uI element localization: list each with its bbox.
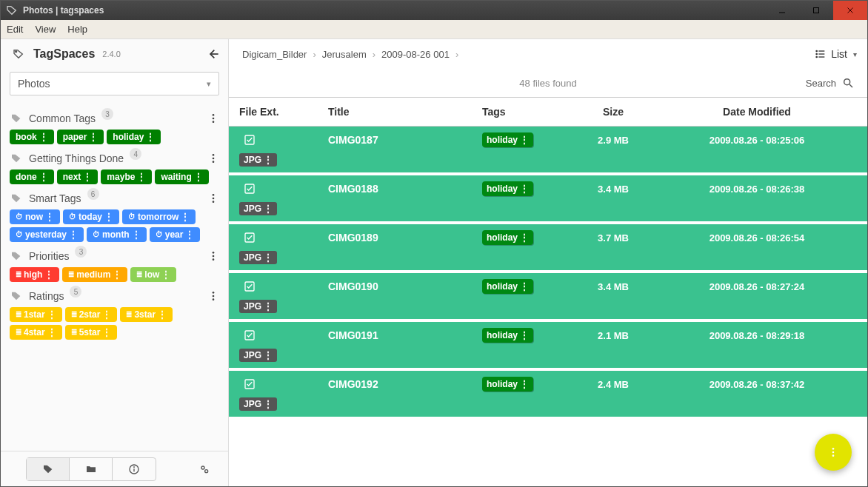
file-date: 2009.08.26 - 08:25:06 — [657, 135, 857, 146]
tag-pill[interactable]: holiday⋮ — [107, 130, 161, 144]
col-size-header[interactable]: Size — [570, 106, 657, 118]
tag-pill[interactable]: book⋮ — [10, 130, 54, 144]
maximize-button[interactable] — [799, 1, 833, 20]
file-ext-pill[interactable]: JPG⋮ — [239, 202, 277, 215]
nav-folders-button[interactable] — [70, 458, 113, 480]
file-ext-pill[interactable]: JPG⋮ — [239, 397, 277, 411]
file-select-checkbox[interactable] — [239, 281, 328, 292]
minimize-button[interactable] — [765, 1, 799, 20]
list-icon — [815, 48, 827, 60]
file-row[interactable]: CIMG0192holiday⋮2.4 MB2009.08.26 - 08:37… — [229, 371, 867, 420]
tag-pill[interactable]: next⋮ — [57, 169, 99, 184]
tag-group-header[interactable]: Common Tags3 — [10, 112, 219, 125]
tag-pill[interactable]: done⋮ — [10, 169, 54, 184]
file-tags: holiday⋮ — [482, 328, 570, 343]
file-date: 2009.08.26 - 08:27:24 — [657, 281, 857, 292]
tag-group-header[interactable]: Getting Things Done4 — [10, 152, 219, 165]
location-selected-value: Photos — [18, 78, 50, 90]
file-list[interactable]: CIMG0187holiday⋮2.9 MB2009.08.26 - 08:25… — [229, 127, 867, 486]
file-row[interactable]: CIMG0188holiday⋮3.4 MB2009.08.26 - 08:26… — [229, 175, 867, 224]
location-select[interactable]: Photos — [10, 72, 219, 95]
app-icon — [5, 4, 19, 17]
tag-pill[interactable]: maybe⋮ — [101, 169, 152, 184]
tag-pill[interactable]: ⏱tomorrow⋮ — [122, 209, 196, 224]
search-button[interactable]: Search — [806, 77, 867, 89]
file-select-checkbox[interactable] — [239, 134, 328, 146]
svg-point-12 — [213, 194, 215, 196]
breadcrumb-segment[interactable]: Jerusalem — [319, 49, 370, 60]
back-arrow-icon[interactable] — [207, 48, 219, 60]
settings-icon[interactable] — [198, 463, 210, 475]
nav-tags-button[interactable] — [27, 458, 70, 480]
tag-icon — [10, 112, 23, 125]
svg-rect-1 — [814, 8, 819, 13]
file-title: CIMG0187 — [328, 134, 482, 146]
file-tags: holiday⋮ — [482, 181, 570, 196]
tag-pill[interactable]: ⏱yesterday⋮ — [10, 227, 84, 242]
breadcrumb-segment[interactable]: Digicam_Bilder — [239, 49, 310, 60]
tag-pill[interactable]: ≣4star⋮ — [10, 325, 62, 340]
tag-pill[interactable]: ≣3star⋮ — [120, 307, 173, 322]
more-vertical-icon[interactable] — [207, 192, 219, 204]
menu-help[interactable]: Help — [67, 24, 87, 35]
menu-edit[interactable]: Edit — [7, 24, 23, 35]
tag-pill[interactable]: ≣2star⋮ — [65, 307, 118, 322]
tag-group-count: 3 — [75, 246, 87, 258]
file-ext-pill[interactable]: JPG⋮ — [239, 251, 277, 264]
tag-pill[interactable]: ⏱year⋮ — [150, 227, 201, 242]
file-row[interactable]: CIMG0189holiday⋮3.7 MB2009.08.26 - 08:26… — [229, 224, 867, 273]
tag-pill[interactable]: ⏱now⋮ — [10, 209, 60, 224]
tag-group-count: 6 — [87, 188, 99, 200]
tag-pill[interactable]: ≣1star⋮ — [10, 307, 62, 322]
file-row[interactable]: CIMG0190holiday⋮3.4 MB2009.08.26 - 08:27… — [229, 273, 867, 322]
tag-pill[interactable]: ≣high⋮ — [10, 267, 59, 282]
tag-pill[interactable]: ≣low⋮ — [130, 267, 176, 282]
file-ext-pill[interactable]: JPG⋮ — [239, 300, 277, 313]
file-select-checkbox[interactable] — [239, 183, 328, 195]
file-select-checkbox[interactable] — [239, 329, 328, 341]
tag-group-header[interactable]: Ratings5 — [10, 289, 219, 303]
tag-pill[interactable]: waiting⋮ — [155, 169, 208, 184]
svg-point-15 — [213, 252, 215, 254]
tag-pill[interactable]: ⏱month⋮ — [87, 227, 147, 242]
fab-button[interactable] — [815, 434, 852, 471]
svg-point-4 — [16, 51, 17, 53]
col-date-header[interactable]: Date Modified — [657, 106, 857, 118]
tag-group-header[interactable]: Priorities3 — [10, 249, 219, 263]
more-vertical-icon[interactable] — [207, 250, 219, 262]
file-ext-pill[interactable]: JPG⋮ — [239, 153, 277, 167]
breadcrumb-segment[interactable]: 2009-08-26 001 — [378, 49, 453, 60]
col-ext-header[interactable]: File Ext. — [239, 106, 328, 118]
tag-pill[interactable]: ≣medium⋮ — [62, 267, 127, 282]
tag-pill[interactable]: paper⋮ — [57, 130, 104, 144]
more-vertical-icon[interactable] — [207, 290, 219, 302]
file-tag-pill[interactable]: holiday⋮ — [482, 328, 533, 343]
nav-info-button[interactable] — [113, 458, 156, 480]
file-tag-pill[interactable]: holiday⋮ — [482, 279, 533, 294]
file-select-checkbox[interactable] — [239, 232, 328, 243]
view-mode-toggle[interactable]: List — [815, 48, 857, 60]
file-tag-pill[interactable]: holiday⋮ — [482, 181, 533, 196]
file-title: CIMG0190 — [328, 281, 482, 292]
file-size: 2.9 MB — [570, 135, 657, 146]
tag-group-header[interactable]: Smart Tags6 — [10, 192, 219, 205]
more-vertical-icon[interactable] — [207, 112, 219, 124]
file-size: 2.4 MB — [570, 379, 657, 390]
file-select-checkbox[interactable] — [239, 378, 328, 390]
files-found-label: 48 files found — [519, 78, 576, 89]
file-tag-pill[interactable]: holiday⋮ — [482, 230, 533, 245]
close-button[interactable] — [833, 1, 867, 20]
tag-pill[interactable]: ≣5star⋮ — [65, 325, 118, 340]
tag-pill[interactable]: ⏱today⋮ — [63, 209, 119, 224]
col-title-header[interactable]: Title — [328, 106, 482, 118]
file-ext-pill[interactable]: JPG⋮ — [239, 349, 277, 362]
file-row[interactable]: CIMG0187holiday⋮2.9 MB2009.08.26 - 08:25… — [229, 127, 867, 175]
tag-icon — [10, 152, 23, 165]
file-size: 3.4 MB — [570, 281, 657, 292]
file-tag-pill[interactable]: holiday⋮ — [482, 132, 533, 147]
file-tag-pill[interactable]: holiday⋮ — [482, 377, 533, 392]
col-tags-header[interactable]: Tags — [482, 106, 570, 118]
menu-view[interactable]: View — [35, 24, 56, 35]
more-vertical-icon[interactable] — [207, 152, 219, 164]
file-row[interactable]: CIMG0191holiday⋮2.1 MB2009.08.26 - 08:29… — [229, 322, 867, 371]
